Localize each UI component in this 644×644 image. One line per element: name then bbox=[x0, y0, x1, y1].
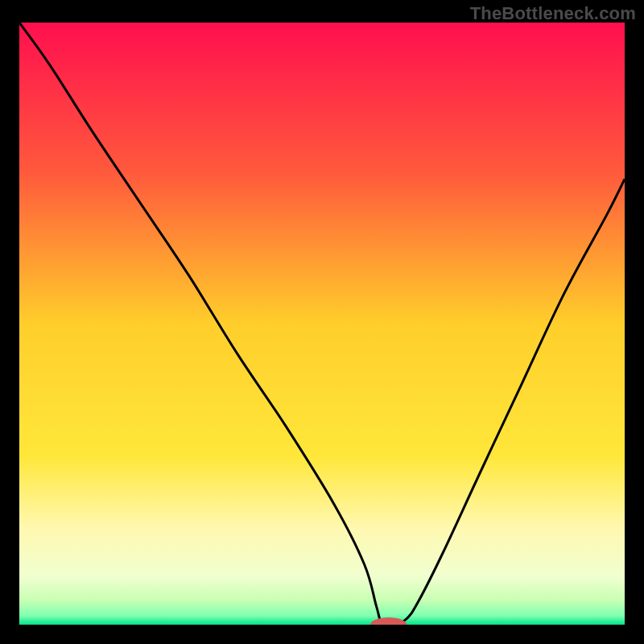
plot-svg bbox=[19, 23, 625, 625]
gradient-background bbox=[19, 23, 625, 625]
plot-area bbox=[19, 23, 625, 625]
chart-frame: TheBottleneck.com bbox=[0, 0, 644, 644]
watermark-text: TheBottleneck.com bbox=[470, 3, 636, 24]
